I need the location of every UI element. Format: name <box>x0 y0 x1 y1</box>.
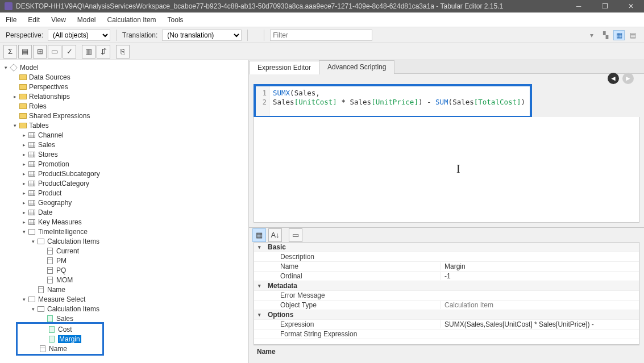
tree-shared-expressions[interactable]: Shared Expressions <box>0 111 248 120</box>
view-mode-2-icon[interactable]: ▤ <box>627 30 638 40</box>
menu-model[interactable]: Model <box>77 16 96 24</box>
hierarchy-button[interactable]: ⊞ <box>33 45 47 59</box>
expand-button[interactable]: ⇵ <box>97 45 110 59</box>
calcitem-icon <box>47 315 53 322</box>
property-grid[interactable]: ▾Basic Description NameMargin Ordinal-1 … <box>254 242 639 345</box>
prop-object-type: Object TypeCalculation Item <box>254 301 639 310</box>
expression-editor[interactable]: 12 SUMX(Sales, Sales[UnitCost] * Sales[U… <box>254 84 532 118</box>
script-button[interactable]: ⎘ <box>116 45 130 59</box>
calcgroup-icon <box>28 297 35 302</box>
table-icon <box>28 142 35 148</box>
tree-calcitem-current[interactable]: Current <box>0 246 248 256</box>
categorized-button[interactable]: ▦ <box>252 228 266 242</box>
sigma-button[interactable]: Σ <box>3 45 17 59</box>
folder-icon <box>19 113 27 119</box>
maximize-button[interactable]: ❐ <box>592 0 618 12</box>
table-icon <box>28 210 35 215</box>
tree-perspectives[interactable]: Perspectives <box>0 82 248 91</box>
tree-table-sales[interactable]: ▸Sales <box>0 140 248 149</box>
text-cursor-icon: I <box>456 162 460 176</box>
tree-tables[interactable]: ▾Tables <box>0 120 248 130</box>
window-titlebar: DESKTOP-HH1V9AQ\AnalysisServicesWorkspac… <box>0 0 644 12</box>
tree-calcitem-pq[interactable]: PQ <box>0 265 248 275</box>
tree-table-date[interactable]: ▸Date <box>0 207 248 217</box>
filter-input[interactable] <box>270 30 372 41</box>
tree-calcitem-mom[interactable]: MOM <box>0 275 248 285</box>
tree-table-measureselect[interactable]: ▾Measure Select <box>0 294 248 304</box>
nav-forward-button[interactable]: ► <box>622 73 634 84</box>
menu-calculation-item[interactable]: Calculation Item <box>107 16 156 24</box>
filter-icon[interactable]: ▾ <box>586 30 597 40</box>
tab-expression-editor[interactable]: Expression Editor <box>249 61 319 74</box>
code-content[interactable]: SUMX(Sales, Sales[UnitCost] * Sales[Unit… <box>269 86 530 116</box>
toolbar-secondary: Σ ▤ ⊞ ▭ ✓ ▥ ⇵ ⎘ <box>0 43 644 60</box>
prop-expression[interactable]: ExpressionSUMX(Sales,Sales[UnitCost] * S… <box>254 320 639 329</box>
editor-whitespace[interactable]: I <box>254 117 639 223</box>
table-icon <box>28 161 35 167</box>
main-area: ▾Model Data Sources Perspectives ▸Relati… <box>0 60 644 363</box>
menu-file[interactable]: File <box>6 16 16 24</box>
minimize-button[interactable]: ─ <box>566 0 592 12</box>
tree-table-channel[interactable]: ▸Channel <box>0 130 248 140</box>
perspective-select[interactable]: (All objects) <box>48 30 110 41</box>
tree-column-name-ms[interactable]: Name <box>18 344 102 353</box>
separator <box>116 30 117 41</box>
tree-table-productcategory[interactable]: ▸ProductCategory <box>0 178 248 188</box>
menu-view[interactable]: View <box>51 16 66 24</box>
cube-icon <box>10 64 18 72</box>
view-mode-1-icon[interactable]: ▦ <box>613 30 625 40</box>
app-icon <box>5 2 13 10</box>
folder-button[interactable]: ▭ <box>48 45 61 59</box>
tree-table-keymeasures[interactable]: ▸Key Measures <box>0 217 248 227</box>
tree-model[interactable]: ▾Model <box>0 62 248 72</box>
editor-tabs: Expression Editor Advanced Scripting <box>249 60 644 74</box>
tree-relationships[interactable]: ▸Relationships <box>0 91 248 101</box>
separator <box>247 30 248 41</box>
tree-pane[interactable]: ▾Model Data Sources Perspectives ▸Relati… <box>0 60 249 363</box>
tree-datasources[interactable]: Data Sources <box>0 72 248 82</box>
tab-advanced-scripting[interactable]: Advanced Scripting <box>319 60 394 74</box>
close-button[interactable]: ✕ <box>618 0 644 12</box>
tree-calcitem-pm[interactable]: PM <box>0 256 248 265</box>
prop-ordinal[interactable]: Ordinal-1 <box>254 272 639 281</box>
tree-table-promotion[interactable]: ▸Promotion <box>0 159 248 169</box>
tree-calcitems-ms[interactable]: ▾Calculation Items <box>0 304 248 314</box>
tree-table-timeintelligence[interactable]: ▾TimeIntelligence <box>0 227 248 236</box>
calcgroup-icon <box>38 306 44 312</box>
tree-table-product[interactable]: ▸Product <box>0 188 248 198</box>
alphabetical-button[interactable]: A↓ <box>268 228 282 242</box>
table-icon <box>28 200 35 206</box>
calcitem-icon <box>47 277 53 283</box>
property-toolbar: ▦ A↓ ▭ <box>249 227 644 242</box>
tree-table-productsubcategory[interactable]: ▸ProductSubcategory <box>0 169 248 178</box>
menu-edit[interactable]: Edit <box>28 16 40 24</box>
prop-description[interactable]: Description <box>254 252 639 262</box>
prop-group-basic[interactable]: ▾Basic <box>254 243 639 252</box>
tree-column-name-ti[interactable]: Name <box>0 285 248 294</box>
table-icon <box>28 181 35 186</box>
prop-name[interactable]: NameMargin <box>254 262 639 272</box>
calcgroup-icon <box>38 239 44 244</box>
tree-calcitem-cost[interactable]: Cost <box>18 324 102 334</box>
prop-group-options[interactable]: ▾Options <box>254 310 639 320</box>
window-title: DESKTOP-HH1V9AQ\AnalysisServicesWorkspac… <box>16 2 503 10</box>
translation-select[interactable]: (No translation) <box>162 30 242 41</box>
prop-group-metadata[interactable]: ▾Metadata <box>254 281 639 291</box>
nav-back-button[interactable]: ◄ <box>608 73 619 84</box>
tree-roles[interactable]: Roles <box>0 101 248 111</box>
tree-calcitem-margin[interactable]: Margin <box>18 334 102 344</box>
tree-calcitems-ti[interactable]: ▾Calculation Items <box>0 236 248 246</box>
calcitem-icon <box>49 336 55 343</box>
list-button[interactable]: ▤ <box>18 45 32 59</box>
tree-table-stores[interactable]: ▸Stores <box>0 149 248 159</box>
prop-format-string-expression[interactable]: Format String Expression <box>254 329 639 339</box>
tree-table-geography[interactable]: ▸Geography <box>0 198 248 207</box>
column-icon <box>38 286 44 293</box>
toolbar-top: Perspective: (All objects) Translation: … <box>0 27 644 43</box>
columns-button[interactable]: ▥ <box>82 45 95 59</box>
menu-tools[interactable]: Tools <box>168 16 184 24</box>
column-icon <box>40 345 45 352</box>
property-pages-button[interactable]: ▭ <box>289 228 302 242</box>
check-button[interactable]: ✓ <box>63 45 76 59</box>
flag-icon[interactable]: ▚ <box>600 30 611 40</box>
